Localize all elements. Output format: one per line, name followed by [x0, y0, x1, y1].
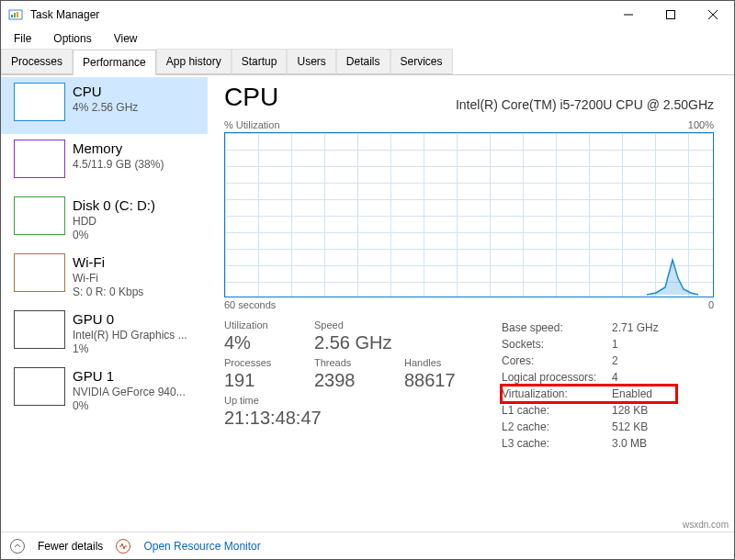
stat-uptime: Up time 21:13:48:47: [224, 395, 322, 429]
sidebar-item-disk0[interactable]: Disk 0 (C: D:) HDD 0%: [1, 191, 208, 248]
wifi-thumb: [14, 253, 65, 292]
sidebar-item-wifi[interactable]: Wi-Fi Wi-Fi S: 0 R: 0 Kbps: [1, 248, 208, 305]
menu-options[interactable]: Options: [44, 30, 100, 47]
x-axis-right: 0: [708, 299, 714, 310]
tab-performance[interactable]: Performance: [73, 50, 156, 75]
svg-rect-2: [14, 13, 16, 17]
fewer-details-link[interactable]: Fewer details: [38, 540, 103, 553]
maximize-button[interactable]: [650, 1, 692, 28]
app-icon: [8, 7, 23, 22]
tab-users[interactable]: Users: [287, 49, 335, 74]
tab-startup[interactable]: Startup: [232, 49, 288, 74]
sidebar-sub-memory: 4.5/11.9 GB (38%): [73, 158, 164, 173]
cpu-thumb: [14, 83, 65, 121]
performance-sidebar: CPU 4% 2.56 GHz Memory 4.5/11.9 GB (38%)…: [1, 75, 208, 531]
memory-thumb: [14, 140, 65, 178]
window-title: Task Manager: [30, 8, 607, 21]
footer-bar: Fewer details Open Resource Monitor: [1, 532, 734, 559]
tab-details[interactable]: Details: [336, 49, 390, 74]
resource-monitor-icon[interactable]: [116, 539, 130, 554]
main-content: CPU 4% 2.56 GHz Memory 4.5/11.9 GB (38%)…: [1, 75, 734, 531]
sidebar-label-memory: Memory: [73, 140, 164, 158]
open-resource-monitor-link[interactable]: Open Resource Monitor: [143, 540, 260, 553]
x-axis-left: 60 seconds: [224, 299, 276, 310]
util-label: % Utilization: [224, 119, 280, 130]
tab-services[interactable]: Services: [390, 49, 453, 74]
tab-app-history[interactable]: App history: [156, 49, 232, 74]
title-bar: Task Manager: [1, 1, 734, 28]
stat-handles: Handles 88617: [404, 357, 469, 391]
minimize-button[interactable]: [607, 1, 650, 28]
gpu1-thumb: [14, 367, 65, 406]
cpu-info-table: Base speed:2.71 GHz Sockets:1 Cores:2 Lo…: [502, 319, 676, 452]
menu-file[interactable]: File: [5, 30, 40, 47]
cpu-panel: CPU Intel(R) Core(TM) i5-7200U CPU @ 2.5…: [208, 75, 734, 531]
sidebar-item-gpu0[interactable]: GPU 0 Intel(R) HD Graphics ... 1%: [1, 305, 208, 362]
stat-processes: Processes 191: [224, 357, 288, 391]
cpu-utilization-graph[interactable]: [224, 132, 714, 297]
sidebar-label-disk0: Disk 0 (C: D:): [73, 196, 155, 215]
menu-view[interactable]: View: [105, 30, 147, 47]
watermark: wsxdn.com: [683, 520, 729, 530]
disk0-thumb: [14, 196, 65, 235]
svg-rect-5: [667, 11, 675, 19]
virtualization-row: Virtualization:Enabled: [502, 386, 676, 402]
svg-rect-1: [11, 15, 13, 17]
window-controls: [607, 1, 734, 28]
util-max: 100%: [688, 119, 714, 130]
stat-threads: Threads 2398: [314, 357, 379, 391]
tab-processes[interactable]: Processes: [1, 49, 73, 74]
panel-title: CPU: [224, 83, 278, 112]
cpu-graph-line: [647, 251, 702, 297]
menu-bar: File Options View: [1, 28, 734, 49]
tab-bar: Processes Performance App history Startu…: [1, 49, 734, 75]
svg-rect-3: [17, 12, 18, 17]
sidebar-item-cpu[interactable]: CPU 4% 2.56 GHz: [1, 77, 208, 134]
stat-speed: Speed 2.56 GHz: [314, 319, 391, 353]
sidebar-item-memory[interactable]: Memory 4.5/11.9 GB (38%): [1, 134, 208, 191]
sidebar-sub-cpu: 4% 2.56 GHz: [73, 101, 138, 116]
close-button[interactable]: [692, 1, 734, 28]
sidebar-label-gpu1: GPU 1: [73, 367, 186, 386]
stat-utilization: Utilization 4%: [224, 319, 288, 353]
sidebar-item-gpu1[interactable]: GPU 1 NVIDIA GeForce 940... 0%: [1, 362, 208, 419]
sidebar-label-wifi: Wi-Fi: [73, 253, 143, 272]
cpu-model: Intel(R) Core(TM) i5-7200U CPU @ 2.50GHz: [456, 97, 714, 112]
sidebar-label-gpu0: GPU 0: [73, 310, 187, 329]
chevron-up-icon[interactable]: [10, 539, 25, 554]
gpu0-thumb: [14, 310, 65, 349]
sidebar-label-cpu: CPU: [73, 83, 138, 101]
